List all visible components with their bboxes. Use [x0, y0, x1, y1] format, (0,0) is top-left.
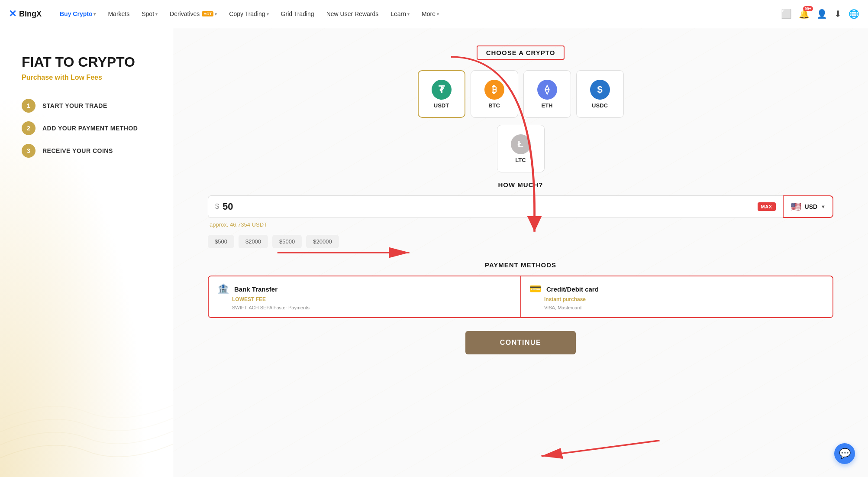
logo-text: BingX: [19, 10, 42, 19]
ltc-icon: Ł: [511, 134, 531, 154]
payment-icon-bank: 🏦: [217, 283, 229, 295]
steps-list: 1 START YOUR TRADE 2 ADD YOUR PAYMENT ME…: [22, 99, 151, 158]
quick-amount-2000[interactable]: $2000: [239, 235, 268, 248]
nav-item-markets[interactable]: Markets: [103, 8, 135, 20]
quick-amount-5000[interactable]: $5000: [272, 235, 302, 248]
quick-amount-20000[interactable]: $20000: [306, 235, 339, 248]
download-icon[interactable]: ⬇: [834, 9, 842, 19]
left-sidebar: FIAT TO CRYPTO Purchase with Low Fees 1 …: [0, 28, 173, 477]
nav-item-spot[interactable]: Spot▾: [136, 8, 163, 20]
sidebar-wave-decoration: [0, 347, 173, 477]
step-number-2: 2: [22, 121, 35, 135]
logo-x-icon: ✕: [9, 8, 16, 19]
payment-title-bank: Bank Transfer: [234, 286, 278, 293]
nav-item-derivatives[interactable]: DerivativesHOT▾: [165, 8, 222, 20]
amount-input-wrap[interactable]: $ 50 MAX: [208, 195, 783, 218]
payment-subtitle-card: Instant purchase: [544, 296, 824, 302]
payment-icon-card: 💳: [529, 283, 541, 295]
quick-amounts: $500$2000$5000$20000: [208, 235, 833, 248]
ltc-name: LTC: [515, 157, 526, 163]
nav-item-learn[interactable]: Learn▾: [385, 8, 415, 20]
amount-value[interactable]: 50: [223, 201, 754, 212]
usdc-icon: $: [590, 80, 610, 100]
notification-badge: 99+: [803, 6, 813, 11]
crypto-card-ltc[interactable]: Ł LTC: [497, 125, 545, 172]
crypto-card-usdc[interactable]: $ USDC: [576, 70, 624, 118]
btc-name: BTC: [488, 102, 500, 109]
usdt-name: USDT: [434, 102, 449, 109]
monitor-icon[interactable]: ⬜: [781, 9, 792, 19]
eth-icon: ⟠: [537, 80, 557, 100]
nav-chevron-icon: ▾: [215, 12, 217, 16]
payment-desc-card: VISA, Mastercard: [544, 305, 824, 310]
payment-card-header-bank: 🏦 Bank Transfer: [217, 283, 512, 295]
payment-subtitle-bank: LOWEST FEE: [232, 296, 512, 302]
nav-item-copy-trading[interactable]: Copy Trading▾: [224, 8, 274, 20]
crypto-card-usdt[interactable]: ₮ USDT: [418, 70, 465, 118]
step-3: 3 RECEIVE YOUR COINS: [22, 144, 151, 158]
step-label-3: RECEIVE YOUR COINS: [42, 147, 113, 154]
choose-crypto-label: CHOOSE A CRYPTO: [477, 45, 565, 60]
crypto-card-btc[interactable]: ₿ BTC: [471, 70, 518, 118]
nav-right: ⬜ 🔔 99+ 👤 ⬇ 🌐: [781, 9, 859, 19]
payment-card-header-card: 💳 Credit/Debit card: [529, 283, 824, 295]
right-content: CHOOSE A CRYPTO ₮ USDT ₿ BTC ⟠ ETH $ USD…: [173, 28, 868, 477]
approx-text: approx. 46.7354 USDT: [208, 221, 833, 228]
sidebar-subtitle: Purchase with Low Fees: [22, 74, 151, 81]
nav-items: Buy Crypto▾MarketsSpot▾DerivativesHOT▾Co…: [55, 8, 781, 20]
crypto-grid-row1: ₮ USDT ₿ BTC ⟠ ETH $ USDC: [208, 70, 833, 118]
step-1: 1 START YOUR TRADE: [22, 99, 151, 113]
nav-chevron-icon: ▾: [437, 12, 439, 16]
us-flag-icon: 🇺🇸: [791, 201, 801, 212]
eth-name: ETH: [542, 102, 553, 109]
btc-icon: ₿: [484, 80, 504, 100]
step-2: 2 ADD YOUR PAYMENT METHOD: [22, 121, 151, 135]
continue-button[interactable]: CONTINUE: [465, 331, 576, 354]
crypto-grid-row2: Ł LTC: [208, 125, 833, 172]
navbar: ✕ BingX Buy Crypto▾MarketsSpot▾Derivativ…: [0, 0, 868, 28]
logo[interactable]: ✕ BingX: [9, 8, 42, 19]
dollar-sign: $: [215, 203, 219, 211]
crypto-card-eth[interactable]: ⟠ ETH: [523, 70, 571, 118]
usdt-icon: ₮: [432, 80, 452, 100]
main-layout: FIAT TO CRYPTO Purchase with Low Fees 1 …: [0, 28, 868, 477]
nav-item-grid-trading[interactable]: Grid Trading: [276, 8, 319, 20]
quick-amount-500[interactable]: $500: [208, 235, 234, 248]
sidebar-title: FIAT TO CRYPTO: [22, 54, 151, 70]
nav-item-new-user-rewards[interactable]: New User Rewards: [321, 8, 384, 20]
hot-badge: HOT: [202, 11, 213, 16]
payment-methods-container: 🏦 Bank Transfer LOWEST FEE SWIFT, ACH SE…: [208, 276, 833, 318]
how-much-label: HOW MUCH?: [208, 181, 833, 188]
step-number-1: 1: [22, 99, 35, 113]
globe-icon[interactable]: 🌐: [849, 9, 859, 19]
step-number-3: 3: [22, 144, 35, 158]
nav-chevron-icon: ▾: [155, 12, 158, 16]
currency-name: USD: [805, 203, 818, 210]
nav-chevron-icon: ▾: [267, 12, 269, 16]
currency-selector[interactable]: 🇺🇸 USD ▼: [783, 195, 833, 218]
payment-card-bank[interactable]: 🏦 Bank Transfer LOWEST FEE SWIFT, ACH SE…: [209, 276, 521, 317]
max-button[interactable]: MAX: [758, 202, 776, 211]
amount-row: $ 50 MAX 🇺🇸 USD ▼: [208, 195, 833, 218]
payment-desc-bank: SWIFT, ACH SEPA Faster Payments: [232, 305, 512, 310]
choose-crypto-section: CHOOSE A CRYPTO: [208, 45, 833, 60]
payment-title-card: Credit/Debit card: [546, 286, 599, 293]
payment-methods-label: PAYMENT METHODS: [208, 261, 833, 269]
continue-wrap: CONTINUE: [208, 331, 833, 354]
step-label-2: ADD YOUR PAYMENT METHOD: [42, 125, 138, 132]
notification-icon[interactable]: 🔔 99+: [799, 9, 810, 19]
currency-chevron-icon: ▼: [821, 204, 826, 209]
nav-item-buy-crypto[interactable]: Buy Crypto▾: [55, 8, 101, 20]
nav-chevron-icon: ▾: [94, 12, 96, 16]
chat-button[interactable]: 💬: [834, 443, 855, 464]
usdc-name: USDC: [592, 102, 608, 109]
nav-item-more[interactable]: More▾: [416, 8, 444, 20]
user-icon[interactable]: 👤: [816, 9, 827, 19]
nav-chevron-icon: ▾: [407, 12, 410, 16]
step-label-1: START YOUR TRADE: [42, 102, 107, 109]
payment-card-card[interactable]: 💳 Credit/Debit card Instant purchase VIS…: [521, 276, 833, 317]
